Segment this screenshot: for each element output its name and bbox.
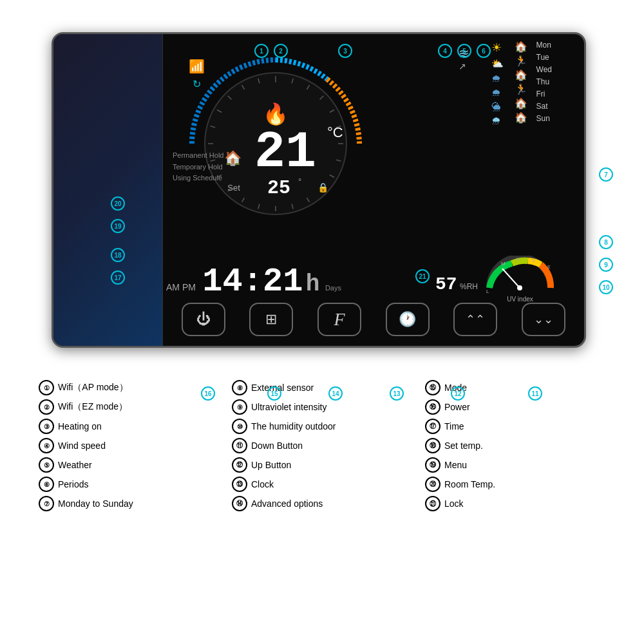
device-container: 1 2 3 4 5 6 7 8 9 10 11 12 13 14 15 16 1…	[39, 19, 599, 361]
advanced-button[interactable]: F	[317, 303, 361, 336]
legend-num-11: ⑪	[232, 438, 247, 453]
svg-text:25: 25	[267, 177, 290, 199]
annotation-13: 13	[390, 386, 404, 401]
legend-num-10: ⑩	[232, 419, 247, 434]
legend-item-11: ⑪ Down Button	[232, 438, 412, 453]
legend-text-7: Monday to Sunday	[58, 498, 133, 509]
down-icon: ⌄⌄	[534, 312, 553, 327]
svg-text:Set: Set	[227, 183, 240, 193]
annotation-11: 11	[528, 386, 542, 401]
down-button[interactable]: ⌄⌄	[522, 303, 565, 336]
legend-item-2: ② Wifi（EZ mode）	[39, 399, 219, 415]
uv-gauge-area: L M H V E UV index	[483, 256, 557, 301]
weather-icons-col: ☀ ⛅ 🌧 🌧 🌦 🌨	[491, 41, 504, 129]
svg-text:21: 21	[254, 123, 316, 182]
clock-button[interactable]: 🕐	[386, 303, 430, 336]
humidity-area: 57 %RH	[435, 274, 478, 294]
legend-text-20: Room Temp.	[444, 479, 495, 489]
legend-num-7: ⑦	[39, 496, 54, 511]
annotation-4: 4	[438, 44, 452, 58]
legend-text-11: Down Button	[251, 440, 303, 451]
legend-text-14: Advanced options	[251, 498, 323, 509]
legend-text-1: Wifi（AP mode）	[58, 382, 128, 393]
annotation-7: 7	[599, 167, 613, 182]
thermostat-device: 📶 ↻	[52, 32, 586, 348]
annotation-17: 17	[111, 270, 125, 285]
time-display: 14:21	[202, 263, 303, 301]
legend-text-10: The humidity outdoor	[251, 421, 336, 431]
up-button[interactable]: ⌃⌃	[453, 303, 497, 336]
annotation-8: 8	[599, 235, 613, 249]
svg-text:🏠: 🏠	[224, 149, 242, 167]
legend-text-8: External sensor	[251, 383, 314, 393]
legend-text-19: Menu	[444, 460, 467, 470]
legend-item-7: ⑦ Monday to Sunday	[39, 496, 219, 511]
dial-area: 🔥 🏠 21 °C Set 25 ° 🔒	[176, 44, 375, 243]
legend-item-10: ⑩ The humidity outdoor	[232, 419, 412, 434]
legend-num-12: ⑫	[232, 457, 247, 473]
legend-text-3: Heating on	[58, 421, 102, 431]
day-wed: Wed	[536, 65, 552, 74]
day-tue: Tue	[536, 53, 552, 62]
svg-text:L: L	[486, 289, 489, 293]
day-thu: Thu	[536, 77, 552, 86]
legend-num-3: ③	[39, 419, 54, 434]
legend-num-19: ⑲	[425, 457, 440, 473]
advanced-icon: F	[334, 309, 345, 330]
legend-num-20: ⑳	[425, 477, 440, 492]
house-icons-col: 🏠 🏃 🏠 🏃 🏠 🏠	[515, 41, 527, 126]
legend-item-8: ⑧ External sensor	[232, 380, 412, 395]
legend-item-21: ㉑ Lock	[425, 496, 605, 511]
legend-num-9: ⑨	[232, 399, 247, 415]
house-sat: 🏠	[515, 111, 527, 124]
legend-num-14: ⑭	[232, 496, 247, 511]
legend-item-18: ⑱ Set temp.	[425, 438, 605, 453]
day-mon: Mon	[536, 41, 552, 50]
hold-text-area: Permanent Hold Temporary Hold Using Sche…	[173, 150, 224, 184]
weather-sun: ☀	[491, 41, 504, 55]
legend-num-4: ④	[39, 438, 54, 453]
dial-svg: 🔥 🏠 21 °C Set 25 ° 🔒	[176, 44, 375, 243]
temporary-hold-label: Temporary Hold	[173, 162, 224, 173]
weather-rain2: 🌧	[491, 87, 504, 98]
legend-item-1: ① Wifi（AP mode）	[39, 380, 219, 395]
legend-num-5: ⑤	[39, 457, 54, 473]
power-icon: ⏻	[196, 311, 211, 328]
legend-text-18: Set temp.	[444, 440, 483, 451]
using-schedule-label: Using Schedule	[173, 173, 224, 184]
main-display: 📶 ↻	[163, 34, 584, 346]
legend-text-9: Ultraviolet intensity	[251, 402, 327, 412]
legend-text-4: Wind speed	[58, 440, 106, 451]
legend-item-3: ③ Heating on	[39, 419, 219, 434]
annotation-9: 9	[599, 258, 613, 272]
legend-num-16: ⑯	[425, 399, 440, 415]
legend-text-21: Lock	[444, 498, 464, 509]
power-button[interactable]: ⏻	[182, 303, 225, 336]
annotation-18: 18	[111, 248, 125, 262]
house-fri: 🏠	[515, 97, 527, 109]
uv-index-label: UV index	[483, 296, 557, 303]
annotation-15: 15	[267, 386, 281, 401]
day-fri: Fri	[536, 90, 552, 99]
annotation-10: 10	[599, 280, 613, 294]
house-wed: 🏠	[515, 69, 527, 81]
annotation-6: 6	[477, 44, 491, 58]
weather-cloud: ⛅	[491, 58, 504, 70]
legend-num-18: ⑱	[425, 438, 440, 453]
legend-item-5: ⑤ Weather	[39, 457, 219, 473]
annotation-3: 3	[338, 44, 352, 58]
clock-icon: 🕐	[399, 311, 416, 328]
legend-text-12: Up Button	[251, 460, 291, 470]
am-pm-label: AM PM	[166, 282, 196, 292]
days-col: Mon Tue Wed Thu Fri Sat Sun	[536, 41, 552, 126]
svg-text:E: E	[547, 265, 551, 269]
mode-button[interactable]: ⊞	[249, 303, 293, 336]
legend-item-17: ⑰ Time	[425, 419, 605, 434]
legend-num-6: ⑥	[39, 477, 54, 492]
day-sat: Sat	[536, 102, 552, 111]
legend-text-6: Periods	[58, 479, 88, 489]
annotation-16: 16	[201, 386, 215, 401]
legend-section: ① Wifi（AP mode） ⑧ External sensor ⑮ Mode…	[39, 380, 605, 511]
legend-text-2: Wifi（EZ mode）	[58, 401, 128, 413]
days-label: Days	[325, 284, 341, 292]
